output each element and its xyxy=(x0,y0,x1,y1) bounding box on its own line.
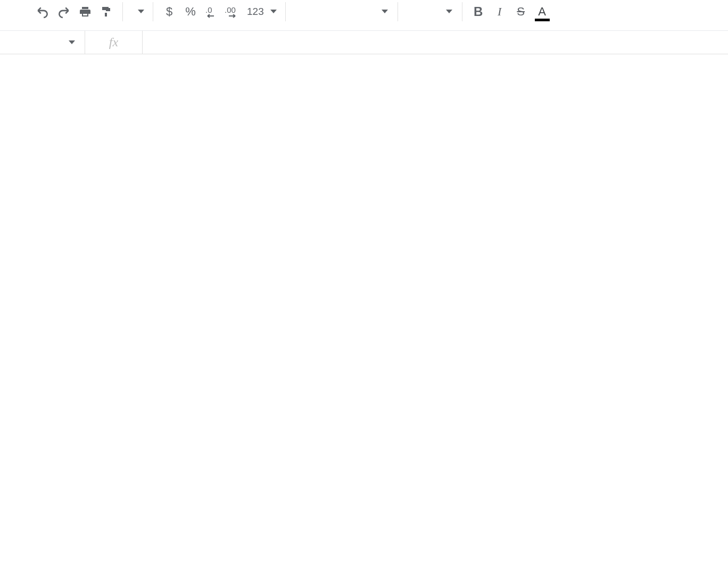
zoom-dropdown[interactable] xyxy=(128,1,147,22)
chevron-down-icon xyxy=(446,10,452,13)
separator xyxy=(398,2,398,21)
undo-button[interactable] xyxy=(32,1,53,22)
svg-text:.00: .00 xyxy=(225,5,236,14)
separator xyxy=(462,2,462,21)
currency-button[interactable]: $ xyxy=(159,1,180,22)
paint-format-icon xyxy=(100,5,113,18)
decrease-decimal-button[interactable]: .0 xyxy=(201,1,222,22)
formula-bar: fx xyxy=(0,31,728,54)
separator xyxy=(153,2,153,21)
print-button[interactable] xyxy=(75,1,96,22)
chevron-down-icon xyxy=(270,10,277,13)
more-formats-dropdown[interactable]: 123 xyxy=(244,1,280,22)
svg-text:.0: .0 xyxy=(205,5,212,14)
separator xyxy=(285,2,286,21)
toolbar: $ % .0 .00 123 B I S A xyxy=(0,0,728,31)
separator xyxy=(122,2,123,21)
redo-button[interactable] xyxy=(53,1,75,22)
chevron-down-icon xyxy=(138,10,144,13)
chevron-down-icon xyxy=(382,10,388,13)
increase-decimal-button[interactable]: .00 xyxy=(222,1,244,22)
increase-decimal-icon: .00 xyxy=(225,5,242,18)
print-icon xyxy=(79,5,92,18)
formula-input[interactable] xyxy=(143,31,728,54)
undo-icon xyxy=(36,5,49,19)
name-box[interactable] xyxy=(0,31,85,54)
italic-button[interactable]: I xyxy=(489,1,510,22)
chevron-down-icon xyxy=(69,40,75,44)
decrease-decimal-icon: .0 xyxy=(204,5,219,18)
percent-button[interactable]: % xyxy=(180,1,201,22)
strikethrough-button[interactable]: S xyxy=(510,1,532,22)
redo-icon xyxy=(57,5,71,19)
fx-icon: fx xyxy=(85,31,143,54)
font-dropdown[interactable] xyxy=(291,1,392,22)
font-size-dropdown[interactable] xyxy=(403,1,457,22)
text-color-button[interactable]: A xyxy=(532,1,553,22)
paint-format-button[interactable] xyxy=(96,1,117,22)
bold-button[interactable]: B xyxy=(468,1,489,22)
